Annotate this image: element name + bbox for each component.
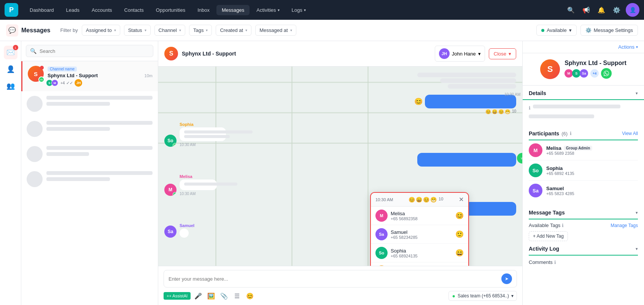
tags-filter[interactable]: Tags ▾ [189,25,212,36]
message-input[interactable] [169,276,498,282]
conv-content: Channel name Sphynx Ltd - Support 10m S … [48,66,153,87]
reaction-count-label: 10 [439,197,443,203]
search-input[interactable] [40,48,149,54]
sophia-reaction-avatar: So [375,247,388,259]
nav-messages[interactable]: Messages [216,5,250,15]
skeleton-line-8 [46,177,110,181]
conv-search-area: 🔍 [21,41,158,61]
nav-accounts[interactable]: Accounts [86,5,117,15]
close-conversation-button[interactable]: Close ▾ [489,48,516,59]
search-input-wrap[interactable]: 🔍 [26,45,153,57]
nav-dashboard[interactable]: Dashboard [24,5,59,15]
outgoing-bubble-2 [417,153,516,167]
available-tags-label: Available Tags ℹ [529,222,564,228]
melisa-part-phone: +65 5689 2358 [546,151,638,156]
emoji-reaction-icon[interactable]: 😊 [414,97,423,106]
gear-icon: ⚙️ [585,27,592,33]
close-reaction-icon[interactable]: ✕ [459,196,464,203]
activity-header[interactable]: Activity Log ▾ [529,241,638,256]
tags-chevron-icon: ▾ [206,28,208,32]
top-navigation: P Dashboard Leads Accounts Contacts Oppo… [0,0,644,20]
microphone-button[interactable]: 🎤 [193,291,204,301]
nav-leads[interactable]: Leads [61,5,85,15]
samuel-part-avatar: Sa [529,184,542,197]
skeleton-line-1 [46,96,153,100]
activity-section: Activity Log ▾ [523,241,644,256]
participant-sophia: So Sophia +65 6892 4135 [529,160,638,181]
agent-avatars-group: S M [48,79,58,86]
whatsapp-indicator-icon: W [38,76,45,83]
filter-bar: 💬 Messages Filter by Assigned to ▾ Statu… [0,20,644,41]
nav-contacts[interactable]: Contacts [119,5,149,15]
app-logo[interactable]: P [5,3,18,17]
reaction-helene: H Helene +65 78956821 😁 [371,262,468,266]
created-at-filter[interactable]: Created at ▾ [216,25,251,36]
channel-filter[interactable]: Channel ▾ [154,25,185,36]
assigned-to-filter[interactable]: Assigned to ▾ [82,25,120,36]
nav-logs[interactable]: Logs ▾ [286,5,311,15]
inbox-badge: 1 [13,45,18,50]
chat-area: S Sphynx Ltd - Support JH John Hane ▾ Cl… [158,41,522,305]
attachment-button[interactable]: 📎 [219,291,229,301]
skeleton-lines-3 [46,146,153,158]
sophia-part-phone: +65 6892 4135 [546,171,638,176]
conv-meta: S M +4 ✓✓ JH [48,79,153,87]
user-avatar[interactable]: 👤 [626,3,639,17]
nav-activities[interactable]: Activities ▾ [251,5,285,15]
reaction-person-samuel: Sa Samuel +65 58234285 [375,228,418,240]
agent-avatar-2: M [51,79,58,86]
conv-avatar: S W [28,66,44,82]
chat-messages[interactable]: 😊 10:30 AM ✓✓ 😊😄😊😁 10 W So [158,67,522,266]
sophia-part-avatar: So [529,164,542,177]
inbox-icon-btn[interactable]: ✉️ 1 [4,46,17,59]
agent-selector[interactable]: JH John Hane ▾ [435,46,485,62]
reaction-emojis-header: 😊😄😊😁 10 [409,197,443,203]
melisa-reaction-avatar: M [375,210,388,222]
assignee-avatar: JH [75,79,82,87]
sophia-name: Sophia [180,122,257,127]
participants-count: (6) [561,131,568,137]
activities-chevron-icon: ▾ [278,8,280,12]
tags-header[interactable]: Message Tags ▾ [529,205,638,219]
conversation-item[interactable]: S W Channel name Sphynx Ltd - Support 10… [21,61,158,91]
view-all-button[interactable]: View All [622,131,638,136]
reaction-popup[interactable]: 10:30 AM 😊😄😊😁 10 ✕ M Melisa +65 56892358 [370,192,469,266]
details-title: Details [529,90,546,96]
image-button[interactable]: 🖼️ [206,291,216,301]
melisa-message-content: Melisa 10:30 AM [180,174,242,196]
samuel-reaction-name: Samuel [391,229,418,235]
participants-section: Participants (6) ℹ View All M Melisa Gro… [523,126,644,205]
status-chevron-icon: ▾ [145,28,146,32]
team-selector[interactable]: ● Sales team (+65 68534..) ▾ [448,291,517,301]
reaction-melisa: M Melisa +65 56892358 😊 [371,207,468,225]
agent-avatar-med: JH [439,48,450,59]
send-button[interactable]: ➤ [501,273,512,284]
notifications-button[interactable]: 🔔 [595,4,607,16]
template-button[interactable]: ☰ [232,291,242,301]
team-icon-btn[interactable]: 👥 [4,79,17,93]
messaged-at-chevron-icon: ▾ [290,28,292,32]
melisa-bubble [180,180,217,190]
participants-header: Participants (6) ℹ View All [529,126,638,140]
outgoing-message-1: 😊 10:30 AM ✓✓ 😊😄😊😁 10 W [164,95,516,108]
sophia-reaction-info: Sophia +65 68924135 [391,248,418,258]
availability-toggle[interactable]: Available ▾ [536,25,577,36]
input-toolbar: + + AssistAI 🎤 🖼️ 📎 ☰ 😊 ● Sales team (+6… [164,291,517,301]
megaphone-button[interactable]: 📢 [580,4,592,16]
manage-tags-button[interactable]: Manage Tags [611,223,638,228]
nav-opportunities[interactable]: Opportunities [151,5,191,15]
melisa-name: Melisa [180,174,242,179]
emoji-button[interactable]: 😊 [245,291,255,301]
details-section-header[interactable]: Details ▾ [523,86,644,100]
add-new-tag-button[interactable]: + Add New Tag [529,231,568,241]
assist-ai-button[interactable]: + + AssistAI [164,292,191,300]
search-button[interactable]: 🔍 [565,4,577,16]
status-filter[interactable]: Status ▾ [124,25,151,36]
nav-inbox[interactable]: Inbox [192,5,215,15]
contacts-icon-btn[interactable]: 👤 [4,62,17,76]
skeleton-line-7 [46,171,153,175]
messaged-at-filter[interactable]: Messaged at ▾ [255,25,296,36]
message-settings-button[interactable]: ⚙️ Message Settings [580,25,638,36]
actions-button[interactable]: Actions ▾ [618,44,638,50]
settings-button[interactable]: ⚙️ [611,4,623,16]
